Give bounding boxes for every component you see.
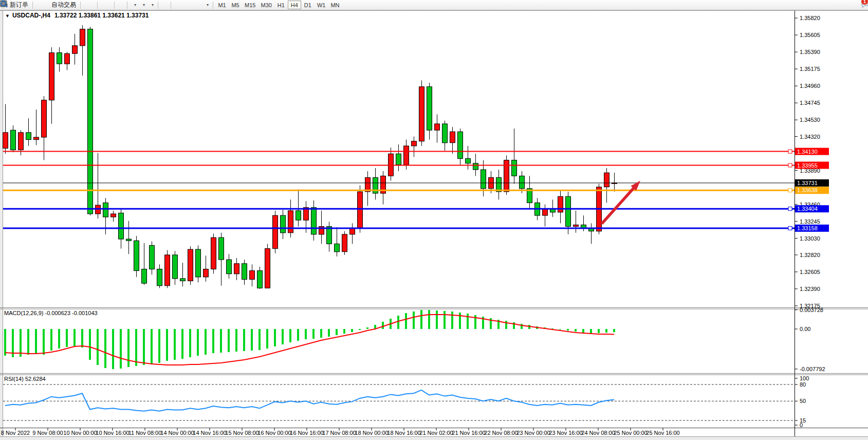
signals-button[interactable] <box>43 1 47 10</box>
crosshair-tool-button[interactable] <box>164 1 169 10</box>
price-badge-1.33955: 1.33955 <box>795 162 829 169</box>
chart-title: ▼USDCAD-,H41.33722 1.33861 1.33621 1.337… <box>5 12 149 19</box>
candle <box>126 239 132 241</box>
candle <box>350 228 355 234</box>
candle <box>543 209 548 215</box>
new-order-button[interactable]: 新订单 <box>6 1 30 10</box>
candle <box>204 269 209 277</box>
svg-text:1.34530: 1.34530 <box>800 117 820 123</box>
tf-D1[interactable]: D1 <box>301 1 315 9</box>
candle <box>11 130 16 150</box>
svg-text:1.35605: 1.35605 <box>800 32 820 38</box>
horizontal-line-tool-button[interactable] <box>177 1 181 10</box>
auto-scroll-button[interactable] <box>117 1 121 10</box>
candle <box>427 87 432 131</box>
candle <box>26 133 31 140</box>
candle <box>196 249 201 277</box>
candle <box>19 133 24 150</box>
collapse-icon[interactable]: ▼ <box>5 13 10 19</box>
svg-text:18 Nov 16:00: 18 Nov 16:00 <box>387 430 420 436</box>
candle <box>335 244 340 251</box>
candle <box>257 271 263 288</box>
svg-text:80: 80 <box>800 381 806 388</box>
dropdown-arrow-icon: ▾ <box>134 3 136 7</box>
toolbar-separator <box>213 2 213 9</box>
chart-shift-button[interactable] <box>121 1 125 10</box>
svg-text:0.00: 0.00 <box>800 326 810 332</box>
candle <box>342 234 347 252</box>
template-menu-button[interactable]: ▾ <box>147 1 156 10</box>
autotrading-button[interactable]: 自动交易 <box>47 1 78 10</box>
shapes-menu-button[interactable]: ▾ <box>202 1 211 10</box>
svg-text:1.32390: 1.32390 <box>800 286 820 292</box>
svg-text:1.32605: 1.32605 <box>800 269 820 275</box>
channel-tool-button[interactable]: E <box>186 1 190 10</box>
dropdown-arrow-icon: ▾ <box>152 3 154 7</box>
market-depth-button[interactable] <box>35 1 39 10</box>
svg-text:25 Nov 16:00: 25 Nov 16:00 <box>646 430 679 436</box>
tf-M1[interactable]: M1 <box>215 1 229 9</box>
svg-text:0.003728: 0.003728 <box>800 307 823 313</box>
trendline-tool-button[interactable] <box>181 1 186 10</box>
vertical-line-tool-button[interactable] <box>173 1 177 10</box>
toolbox-button[interactable] <box>39 1 43 10</box>
search-button[interactable] <box>857 1 861 10</box>
candle <box>165 255 170 286</box>
line-chart-mode-button[interactable] <box>91 1 95 10</box>
hline-handle <box>788 163 792 167</box>
candle <box>49 53 54 100</box>
svg-text:1.33030: 1.33030 <box>800 235 820 242</box>
tile-windows-button[interactable] <box>108 1 112 10</box>
label-tool-button[interactable]: T <box>198 1 202 10</box>
notifications-button[interactable]: 1 <box>861 1 865 10</box>
rsi-label: RSI(14) 52.6284 <box>4 376 46 382</box>
candle <box>150 245 155 269</box>
svg-text:11 Nov 08:00: 11 Nov 08:00 <box>128 430 162 436</box>
price-badge-1.33731: 1.33731 <box>795 179 829 187</box>
candle <box>435 124 440 130</box>
tf-H4[interactable]: H4 <box>288 1 301 9</box>
svg-text:22 Nov 08:00: 22 Nov 08:00 <box>484 430 518 436</box>
candle <box>512 160 517 176</box>
bar-chart-mode-button[interactable] <box>83 1 87 10</box>
candlestick-mode-button[interactable] <box>87 1 91 10</box>
macd-label: MACD(12,26,9) -0.000623 -0.001043 <box>4 310 98 316</box>
cursor-tool-button[interactable] <box>160 1 164 10</box>
zoom-out-button[interactable] <box>104 1 108 10</box>
fibonacci-tool-button[interactable]: F <box>190 1 194 10</box>
svg-text:17 Nov 08:00: 17 Nov 08:00 <box>322 430 356 436</box>
ohlc-readout: 1.33722 1.33861 1.33621 1.33731 <box>54 12 149 19</box>
candle <box>450 132 455 143</box>
svg-text:1.32820: 1.32820 <box>800 252 820 258</box>
zoom-in-button[interactable] <box>100 1 104 10</box>
text-tool-button[interactable]: A <box>194 1 198 10</box>
toolbar-separator <box>32 2 33 9</box>
candle <box>119 213 124 239</box>
candle <box>103 203 108 217</box>
svg-text:1.34960: 1.34960 <box>800 83 820 89</box>
candle <box>234 264 239 274</box>
tf-M5[interactable]: M5 <box>229 1 242 9</box>
candle <box>473 163 478 170</box>
top-toolbar: 新订单 自动交易 ▾ ▾ ▾ E F A T ▾ M1M5M15M30H1H4D… <box>0 0 868 10</box>
svg-text:8 Nov 2022: 8 Nov 2022 <box>1 430 30 436</box>
candle <box>311 208 317 234</box>
tf-W1[interactable]: W1 <box>315 1 328 9</box>
svg-text:14 Nov 00:00: 14 Nov 00:00 <box>160 430 194 436</box>
tf-M30[interactable]: M30 <box>258 1 274 9</box>
tf-M15[interactable]: M15 <box>242 1 258 9</box>
candle <box>412 141 417 146</box>
tf-MN[interactable]: MN <box>328 1 342 9</box>
svg-text:25 Nov 00:00: 25 Nov 00:00 <box>614 430 647 436</box>
chart-canvas[interactable]: 1.358201.356051.353901.351751.349601.347… <box>0 0 868 440</box>
autotrading-label: 自动交易 <box>51 1 76 9</box>
candle <box>134 241 139 270</box>
candle <box>42 100 47 137</box>
svg-text:10 Nov 00:00: 10 Nov 00:00 <box>63 430 97 436</box>
candle <box>520 176 525 189</box>
candle <box>566 196 571 226</box>
tf-H1[interactable]: H1 <box>274 1 288 9</box>
new-chart-button[interactable]: ▾ <box>130 1 138 10</box>
period-menu-button[interactable]: ▾ <box>138 1 147 10</box>
candle <box>481 170 486 189</box>
